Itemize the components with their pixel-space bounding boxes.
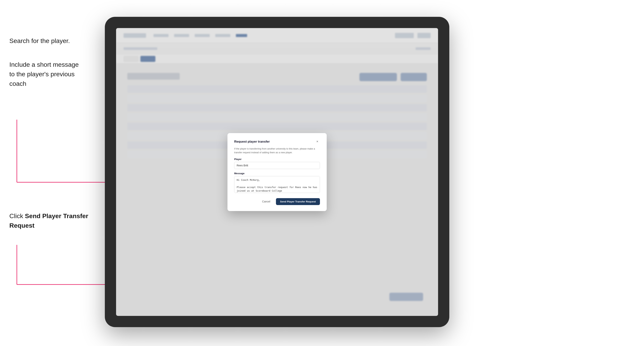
message-field-label: Message — [234, 172, 320, 175]
message-textarea[interactable]: Hi Coach McHarg, Please accept this tran… — [234, 176, 320, 193]
annotation-click-text: Click Send Player Transfer Request — [9, 211, 96, 230]
annotation-message-text: Include a short messageto the player's p… — [9, 60, 79, 88]
tablet-screen: Request player transfer × If the player … — [116, 28, 438, 316]
dialog-close-button[interactable]: × — [315, 139, 320, 144]
dialog-header: Request player transfer × — [234, 139, 320, 144]
dialog-overlay: Request player transfer × If the player … — [116, 28, 438, 316]
send-transfer-request-button[interactable]: Send Player Transfer Request — [276, 198, 320, 205]
request-transfer-dialog: Request player transfer × If the player … — [228, 133, 327, 211]
cancel-button[interactable]: Cancel — [259, 198, 273, 204]
player-input[interactable] — [234, 162, 320, 169]
dialog-description: If the player is transferring from anoth… — [234, 147, 320, 154]
dialog-title: Request player transfer — [234, 140, 270, 144]
player-field-label: Player — [234, 158, 320, 161]
tablet-device: Request player transfer × If the player … — [105, 17, 449, 327]
dialog-footer: Cancel Send Player Transfer Request — [234, 198, 320, 205]
annotation-search-text: Search for the player. — [9, 36, 70, 45]
